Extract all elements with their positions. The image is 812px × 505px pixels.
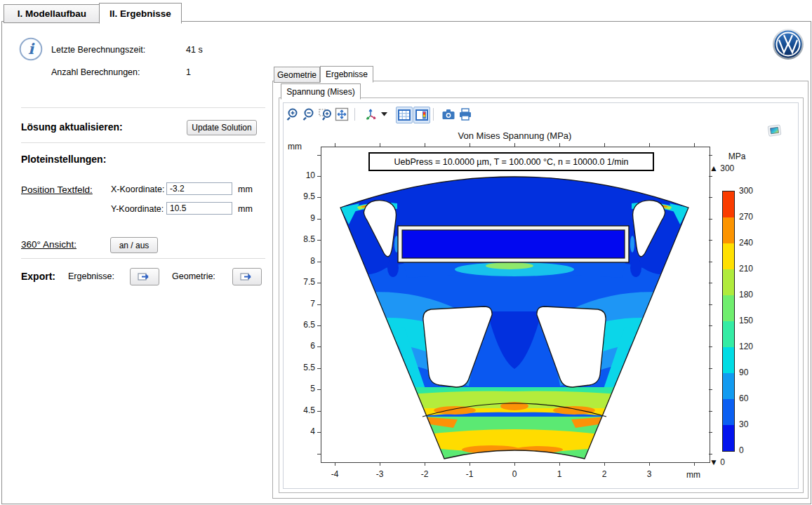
colorbar-tick-label: 270 [739,212,753,222]
x-tick [604,143,605,147]
colorbar-tick-label: 240 [739,238,753,248]
y-tick [317,304,321,305]
divider [21,107,265,108]
export-results-label: Ergebnisse: [68,271,114,281]
x-tick [335,462,335,466]
zoom-extents-button[interactable] [334,107,350,122]
y-tick-label: 5.5 [287,363,315,372]
computation-count-value: 1 [186,67,191,77]
zoom-box-button[interactable] [318,107,333,122]
y-tick [317,432,321,433]
export-geometry-button[interactable] [232,268,262,285]
colorbar-segment [723,425,734,451]
colorbar-tick-label: 90 [739,368,748,377]
y-tick-label: 9 [287,213,315,223]
y-unit-label: mm [238,204,253,214]
x-tick [470,143,470,147]
x-tick-label: -3 [366,469,394,479]
x-tick-label: 2 [590,469,618,479]
x-tick [514,143,515,147]
toolbar-separator [433,108,434,121]
info-icon: i [19,37,43,61]
print-button[interactable] [458,107,473,122]
y-tick [317,262,321,262]
textfield-position-label: Position Textfeld: [21,184,93,195]
x-tick [649,143,650,147]
view-360-label: 360° Ansicht: [21,239,76,250]
graphics-tab-ergebnisse-label: Ergebnisse [326,69,368,79]
y-tick-label: 7 [287,299,315,309]
y-tick [709,240,712,241]
y-tick-label: 6 [287,341,315,351]
grid-toggle-button[interactable] [396,107,413,123]
colorbar-tick-label: 300 [739,186,753,196]
last-computation-value: 41 s [186,45,203,55]
y-tick [709,197,712,198]
y-tick [317,176,321,177]
vw-logo [772,28,804,60]
view-orientation-icon [364,107,378,121]
chevron-down-icon [381,112,388,116]
view-360-toggle-button[interactable]: an / aus [110,237,158,253]
y-tick [709,283,712,283]
zoom-out-button[interactable] [302,107,317,122]
y-coordinate-field[interactable] [166,202,232,215]
x-tick [694,143,695,147]
y-tick [317,197,321,198]
y-tick-label: 8 [287,256,315,266]
export-geometry-label: Geometrie: [172,271,215,281]
y-tick [709,262,712,262]
export-results-button[interactable] [130,268,159,285]
plot-settings-heading: Ploteinstellungen: [21,154,106,165]
y-tick-label: 5 [287,384,315,393]
colorbar-min-marker: ▼ 0 [710,457,725,467]
y-tick-label: 9.5 [287,191,315,201]
zoom-box-icon [319,107,333,121]
update-solution-button[interactable]: Update Solution [187,120,257,135]
y-tick-label: 6.5 [287,320,315,330]
x-tick [380,143,380,147]
view-orientation-button[interactable] [364,107,379,122]
y-tick [709,304,712,305]
view-orientation-dropdown[interactable] [380,107,390,122]
colorbar-segment [723,295,734,321]
zoom-in-button[interactable] [286,107,301,122]
graphics-tab-geometrie[interactable]: Geometrie [274,67,320,83]
tab-ergebnisse-label: II. Ergebnisse [109,8,171,19]
colorbar-segment [723,217,734,243]
y-tick [317,240,321,241]
color-legend-toggle-button[interactable] [413,107,430,123]
colorbar-tick-label: 0 [739,445,744,455]
colorbar-segment [723,191,734,217]
tab-ergebnisse[interactable]: II. Ergebnisse [99,3,182,24]
graphics-tab-ergebnisse[interactable]: Ergebnisse [320,66,373,83]
plot-tab-spannung-mises[interactable]: Spannung (Mises) [281,83,361,100]
y-axis-unit: mm [288,142,302,152]
color-legend-icon [415,109,428,121]
grid-icon [398,109,411,121]
y-tick-label: 4 [287,426,315,436]
colorbar [722,191,735,452]
plot-tab-label: Spannung (Mises) [286,87,354,97]
x-coordinate-field[interactable] [166,182,232,195]
magnet [402,230,625,258]
colorbar-max-marker: ▲ 300 [710,163,734,173]
y-tick [709,432,712,433]
y-tick [317,368,321,369]
y-tick [317,283,321,283]
x-unit-label: mm [238,184,253,194]
snapshot-button[interactable] [441,107,456,122]
x-tick-label: 0 [500,469,528,479]
x-coordinate-label: X-Koordinate: [111,184,164,194]
colorbar-tick-label: 210 [739,264,753,274]
x-tick-label: -4 [321,469,349,479]
von-mises-contour-plot [321,147,709,462]
tab-modellaufbau[interactable]: I. Modellaufbau [4,4,100,23]
y-tick [317,219,321,220]
colorbar-tick-label: 30 [739,419,748,429]
last-computation-label: Letzte Berechnungszeit: [51,45,145,55]
graphics-snapshot-corner-icon[interactable] [766,123,783,137]
x-tick-label: 1 [545,469,573,479]
y-tick [317,454,321,454]
export-icon [240,272,254,282]
